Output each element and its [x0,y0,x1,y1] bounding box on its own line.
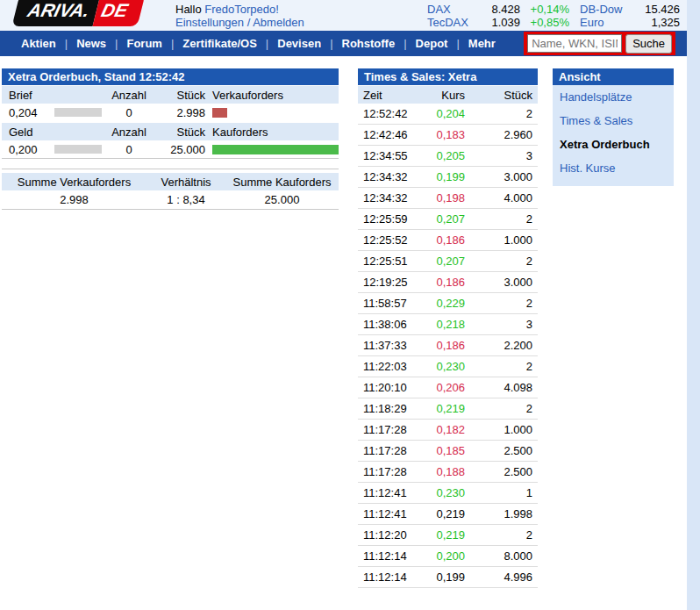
trade-time: 11:20:10 [358,381,421,394]
bid-header-row: Geld Anzahl Stück Kauforders [2,123,339,140]
ariva-logo[interactable]: ARIVA. DE [16,0,141,26]
trade-price: 0,219 [421,528,465,542]
trade-price: 0,186 [421,276,465,289]
trade-volume: 2.960 [465,128,538,141]
ask-header-row: Brief Anzahl Stück Verkauforders [2,86,339,104]
search-box: Suche [524,32,675,55]
ask-price-header: Brief [2,89,54,102]
summary-data-row: 2.998 1 : 8,34 25.000 [2,190,339,208]
nav-item-forum[interactable]: Forum [118,37,170,50]
trade-price: 0,230 [421,486,465,499]
ticker-change: +0,14% [520,3,569,16]
nav-items: Aktien|News|Forum|Zertifikate/OS|Devisen… [12,37,504,50]
trade-time: 12:25:59 [358,212,421,226]
trade-time: 11:17:28 [358,423,421,436]
nav-item-zertifikate-os[interactable]: Zertifikate/OS [174,37,266,50]
times-sales-row: 11:22:030,2302 [358,356,538,377]
right-margin-strip [687,0,700,610]
view-selector-title: Ansicht [553,68,674,85]
nav-item-rohstoffe[interactable]: Rohstoffe [333,37,404,50]
trade-volume: 3.000 [465,170,538,183]
ticker-value: 1,325 [625,16,680,29]
trade-price: 0,188 [421,465,465,478]
trade-price: 0,186 [421,339,465,352]
settings-link[interactable]: Einstellungen [175,16,244,29]
search-input[interactable] [527,34,622,53]
bid-count-header: Anzahl [104,126,154,139]
trade-time: 12:25:52 [358,233,421,247]
orderbook-panel: Xetra Orderbuch, Stand 12:52:42 Brief An… [2,68,339,210]
trade-time: 12:25:51 [358,255,421,268]
times-sales-row: 11:12:200,2192 [358,525,538,546]
trade-time: 11:12:20 [358,528,421,542]
trade-time: 11:12:14 [358,571,421,584]
times-sales-row: 12:34:550,2053 [358,146,538,167]
trade-price: 0,185 [421,444,465,457]
times-sales-row: 12:34:320,1984.000 [358,188,538,209]
trade-price: 0,182 [421,423,465,436]
trade-time: 11:12:41 [358,507,421,520]
ticker-name-dax[interactable]: DAX [427,3,473,16]
times-sales-panel: Times & Sales: Xetra Zeit Kurs Stück 12:… [358,68,538,588]
nav-item-mehr[interactable]: Mehr [460,37,504,50]
logout-link[interactable]: Abmelden [253,16,304,29]
times-sales-row: 11:12:140,1994.996 [358,567,538,588]
view-item-hist-kurse[interactable]: Hist. Kurse [553,156,674,180]
ticker-name-db-dow[interactable]: DB-Dow [569,3,625,16]
trade-price: 0,183 [421,128,465,141]
trade-volume: 3 [465,149,538,162]
orderbook-title: Xetra Orderbuch, Stand 12:52:42 [2,68,339,85]
view-selector-items: HandelsplätzeTimes & SalesXetra Orderbuc… [553,85,674,180]
view-item-times-sales[interactable]: Times & Sales [553,109,674,133]
ticker-name-euro[interactable]: Euro [569,16,625,29]
search-button[interactable]: Suche [625,34,672,54]
trade-volume: 2 [465,297,538,310]
ticker-value: 8.428 [473,3,520,16]
nav-item-aktien[interactable]: Aktien [12,37,65,50]
trade-volume: 4.000 [465,191,538,205]
trade-time: 12:34:32 [358,191,421,205]
username-link[interactable]: FredoTorpedo! [204,3,279,16]
times-sales-body: 12:52:420,204212:42:460,1832.96012:34:55… [358,104,538,588]
bid-price: 0,200 [2,143,54,156]
summary-ratio-value: 1 : 8,34 [146,193,225,206]
trade-volume: 2.500 [465,444,538,457]
times-sales-row: 11:37:330,1862.200 [358,335,538,356]
times-sales-row: 11:38:060,2183 [358,314,538,335]
logo-text-ariva: ARIVA. [12,0,101,26]
trade-price: 0,199 [421,571,465,584]
volume-column-header: Stück [465,89,538,102]
view-item-handelspl-tze[interactable]: Handelsplätze [553,85,674,109]
top-header-bar: ARIVA. DE Hallo FredoTorpedo! Einstellun… [0,0,687,31]
ask-count: 0 [104,106,154,119]
trade-volume: 2 [465,402,538,415]
trade-volume: 1 [465,486,538,499]
nav-item-depot[interactable]: Depot [407,37,457,50]
trade-price: 0,200 [421,549,465,563]
buy-volume-bar [212,145,339,154]
times-sales-row: 11:12:140,2008.000 [358,546,538,567]
trade-volume: 2 [465,255,538,268]
times-sales-row: 11:12:410,2191.998 [358,504,538,525]
times-sales-header-row: Zeit Kurs Stück [358,86,538,104]
trade-volume: 2 [465,360,538,373]
hello-label: Hallo [175,3,202,16]
trade-time: 11:17:28 [358,465,421,478]
trade-time: 12:19:25 [358,276,421,289]
bid-data-row: 0,200 0 25.000 [2,140,339,159]
times-sales-row: 12:34:320,1993.000 [358,167,538,188]
summary-header-row: Summe Verkauforders Verhältnis Summe Kau… [2,173,339,190]
ask-count-header: Anzahl [104,89,154,102]
times-sales-row: 11:12:410,2301 [358,483,538,504]
trade-price: 0,204 [421,107,465,120]
ticker-name-tecdax[interactable]: TecDAX [427,16,473,29]
trade-price: 0,198 [421,191,465,205]
summary-buy-value: 25.000 [225,193,339,206]
trade-time: 11:38:06 [358,318,421,331]
nav-item-devisen[interactable]: Devisen [268,37,330,50]
ask-placeholder-bar [54,108,102,117]
times-sales-row: 12:42:460,1832.960 [358,125,538,146]
nav-item-news[interactable]: News [68,37,115,50]
bid-placeholder-bar [54,145,102,154]
trade-time: 11:12:14 [358,549,421,563]
